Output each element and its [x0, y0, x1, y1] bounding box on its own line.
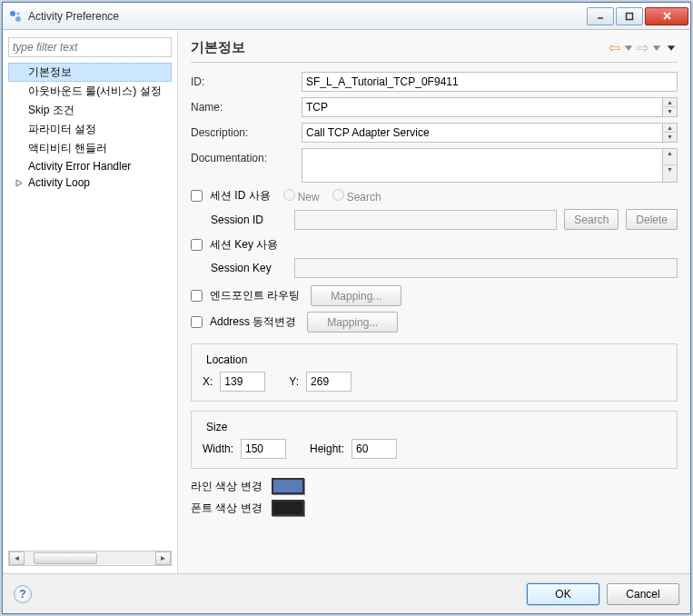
nav-tree: 기본정보 아웃바운드 룰(서비스) 설정 Skip 조건 파라미터 설정 액티비… [8, 63, 172, 551]
radio-new[interactable]: New [283, 189, 320, 204]
svg-point-1 [15, 16, 21, 22]
session-id-field[interactable] [294, 210, 557, 230]
session-id-label: 세션 ID 사용 [210, 188, 271, 204]
endpoint-routing-checkbox[interactable] [191, 290, 203, 302]
tree-item-skip[interactable]: Skip 조건 [8, 101, 172, 120]
x-field[interactable] [220, 372, 265, 392]
filter-input[interactable] [8, 37, 172, 57]
tree-item-error-handler[interactable]: Activity Error Handler [8, 158, 172, 174]
session-key-checkbox[interactable] [191, 239, 203, 251]
width-label: Width: [203, 442, 233, 455]
font-color-label: 폰트 색상 변경 [191, 501, 262, 516]
radio-search[interactable]: Search [332, 189, 381, 204]
dialog-window: Activity Preference 기본정보 아웃바운드 룰(서비스) 설정… [2, 2, 691, 614]
endpoint-mapping-button[interactable]: Mapping... [311, 285, 401, 306]
main-panel: 기본정보 ⇦ ⇨ ID: Name: ▲ [178, 30, 690, 573]
y-field[interactable] [306, 372, 351, 392]
address-dynamic-label: Address 동적변경 [210, 314, 296, 330]
doc-field[interactable] [302, 148, 663, 183]
size-group: Size Width: Height: [191, 411, 678, 469]
maximize-button[interactable] [616, 7, 643, 25]
font-color-swatch[interactable] [272, 500, 304, 516]
tree-item-loop[interactable]: Activity Loop [8, 174, 172, 191]
close-button[interactable] [645, 7, 688, 25]
scroll-right-button[interactable]: ► [155, 551, 171, 565]
line-color-label: 라인 색상 변경 [191, 479, 262, 494]
location-legend: Location [203, 353, 251, 366]
name-label: Name: [191, 97, 302, 114]
tree-item-handler[interactable]: 액티비티 핸들러 [8, 139, 172, 158]
svg-point-0 [10, 11, 15, 16]
size-legend: Size [203, 421, 231, 433]
doc-spinner[interactable]: ▲▼ [663, 148, 678, 183]
line-color-swatch[interactable] [272, 478, 304, 494]
y-label: Y: [289, 375, 299, 388]
scroll-left-button[interactable]: ◄ [9, 551, 25, 565]
doc-label: Documentation: [191, 148, 302, 164]
tree-item-basic[interactable]: 기본정보 [8, 63, 172, 82]
session-id-sublabel: Session ID [211, 214, 287, 226]
tree-item-label: Activity Loop [28, 176, 90, 189]
height-label: Height: [310, 442, 344, 455]
name-spinner[interactable]: ▲▼ [663, 97, 678, 117]
address-mapping-button[interactable]: Mapping... [307, 312, 398, 333]
fwd-menu-icon[interactable] [650, 42, 663, 55]
delete-button[interactable]: Delete [626, 209, 678, 230]
id-label: ID: [191, 72, 302, 88]
width-field[interactable] [241, 439, 286, 459]
address-dynamic-checkbox[interactable] [191, 316, 203, 328]
forward-icon[interactable]: ⇨ [637, 39, 648, 56]
app-icon [8, 9, 23, 24]
tree-item-param[interactable]: 파라미터 설정 [8, 120, 172, 139]
back-icon[interactable]: ⇦ [609, 39, 620, 56]
titlebar: Activity Preference [3, 3, 690, 30]
dialog-footer: ? OK Cancel [3, 573, 690, 613]
scroll-thumb[interactable] [34, 552, 97, 564]
svg-point-2 [16, 12, 20, 15]
window-title: Activity Preference [28, 10, 119, 23]
back-menu-icon[interactable] [622, 42, 635, 55]
endpoint-routing-label: 엔드포인트 라우팅 [210, 288, 300, 303]
minimize-button[interactable] [587, 7, 614, 25]
svg-rect-4 [627, 13, 633, 19]
expand-icon[interactable] [15, 179, 24, 187]
sidebar: 기본정보 아웃바운드 룰(서비스) 설정 Skip 조건 파라미터 설정 액티비… [3, 30, 178, 573]
window-controls [587, 7, 690, 25]
height-field[interactable] [351, 439, 397, 459]
cancel-button[interactable]: Cancel [607, 583, 679, 605]
search-button[interactable]: Search [564, 209, 619, 230]
session-id-checkbox[interactable] [191, 190, 203, 202]
id-field[interactable] [302, 72, 678, 92]
desc-field[interactable] [302, 123, 663, 143]
session-key-label: 세션 Key 사용 [210, 237, 278, 253]
session-key-field[interactable] [294, 258, 678, 278]
help-icon[interactable]: ? [14, 585, 32, 603]
x-label: X: [203, 375, 213, 388]
location-group: Location X: Y: [191, 343, 678, 402]
view-menu-icon[interactable] [665, 42, 678, 55]
name-field[interactable] [302, 97, 663, 117]
page-title: 기본정보 [191, 39, 245, 56]
desc-spinner[interactable]: ▲▼ [663, 123, 678, 143]
nav-icons: ⇦ ⇨ [609, 39, 678, 56]
session-key-sublabel: Session Key [211, 262, 287, 274]
desc-label: Description: [191, 123, 302, 139]
ok-button[interactable]: OK [527, 583, 599, 605]
h-scrollbar[interactable]: ◄ ► [8, 551, 172, 566]
tree-item-outbound[interactable]: 아웃바운드 룰(서비스) 설정 [8, 82, 172, 101]
